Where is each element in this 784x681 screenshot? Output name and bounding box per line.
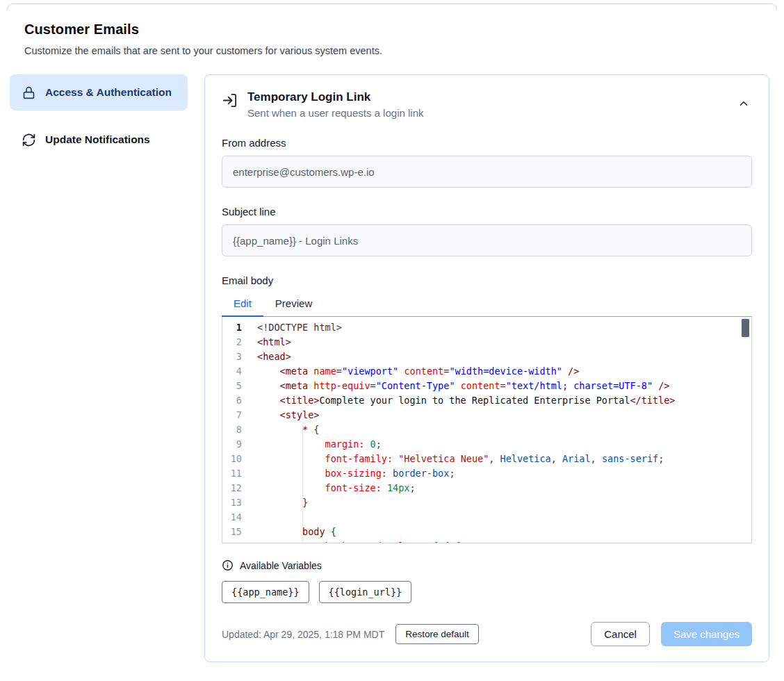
line-number: 2 (222, 335, 242, 350)
sidebar-item-access-authentication[interactable]: Access & Authentication (10, 74, 188, 110)
subject-line-input[interactable] (222, 224, 752, 256)
cancel-button[interactable]: Cancel (591, 622, 650, 646)
editor-gutter: 12345678910111213141516 (222, 320, 257, 543)
code-line[interactable] (257, 510, 751, 525)
variable-chip[interactable]: {{login_url}} (319, 581, 412, 603)
login-icon (222, 92, 238, 108)
chevron-up-icon (737, 101, 750, 112)
code-line[interactable]: font-family: "Helvetica Neue", Helvetica… (257, 452, 751, 466)
from-address-input[interactable] (222, 156, 752, 188)
panel-header: Temporary Login Link Sent when a user re… (222, 90, 752, 119)
editor-tabs: Edit Preview (222, 290, 752, 317)
line-number: 1 (222, 320, 242, 335)
code-editor[interactable]: 12345678910111213141516 <!DOCTYPE html><… (222, 316, 752, 543)
info-icon (222, 559, 234, 571)
panel-subtitle: Sent when a user requests a login link (247, 107, 726, 119)
code-line[interactable]: <head> (257, 350, 751, 364)
line-number: 16 (222, 539, 242, 543)
panel-footer: Updated: Apr 29, 2025, 1:18 PM MDT Resto… (222, 622, 752, 646)
email-body-label: Email body (222, 274, 752, 286)
code-line[interactable]: background-color: #f6f6f6; (257, 539, 751, 543)
code-line[interactable]: } (257, 495, 751, 510)
code-line[interactable]: <!DOCTYPE html> (257, 320, 751, 335)
editor-scrollbar-thumb[interactable] (742, 319, 749, 337)
line-number: 10 (222, 452, 242, 466)
code-line[interactable]: font-size: 14px; (257, 481, 751, 495)
from-address-field: From address (222, 137, 752, 188)
code-line[interactable]: margin: 0; (257, 437, 751, 452)
save-changes-button[interactable]: Save changes (661, 622, 752, 646)
line-number: 9 (222, 437, 242, 452)
collapse-button[interactable] (735, 96, 752, 113)
line-number: 13 (222, 495, 242, 510)
available-variables-header: Available Variables (222, 559, 752, 571)
email-template-panel: Temporary Login Link Sent when a user re… (204, 74, 769, 662)
tab-preview[interactable]: Preview (263, 290, 324, 317)
panel-titles: Temporary Login Link Sent when a user re… (247, 90, 726, 119)
variable-chips: {{app_name}}{{login_url}} (222, 581, 752, 603)
email-body-section: Email body Edit Preview 1234567891011121… (222, 274, 752, 543)
code-line[interactable]: <meta name="viewport" content="width=dev… (257, 364, 751, 379)
subject-line-field: Subject line (222, 206, 752, 256)
line-number: 7 (222, 408, 242, 422)
sidebar-item-update-notifications[interactable]: Update Notifications (10, 123, 188, 156)
restore-default-button[interactable]: Restore default (395, 624, 479, 644)
panel-title: Temporary Login Link (247, 90, 726, 104)
line-number: 6 (222, 393, 242, 408)
sidebar-item-label: Update Notifications (45, 131, 150, 148)
available-variables-label: Available Variables (240, 560, 322, 571)
updated-timestamp: Updated: Apr 29, 2025, 1:18 PM MDT (222, 629, 384, 640)
editor-code[interactable]: <!DOCTYPE html><html><head> <meta name="… (257, 320, 751, 543)
tab-edit[interactable]: Edit (222, 290, 263, 317)
page-header: Customer Emails Customize the emails tha… (24, 22, 760, 56)
line-number: 8 (222, 422, 242, 437)
page-subtitle: Customize the emails that are sent to yo… (24, 45, 760, 56)
sync-icon (22, 133, 36, 147)
subject-line-label: Subject line (222, 206, 752, 218)
code-line[interactable]: body { (257, 525, 751, 539)
top-divider (7, 3, 777, 10)
line-number: 3 (222, 350, 242, 364)
line-number: 5 (222, 379, 242, 393)
line-number: 11 (222, 466, 242, 481)
from-address-label: From address (222, 137, 752, 149)
line-number: 14 (222, 510, 242, 525)
code-line[interactable]: <html> (257, 335, 751, 350)
code-line[interactable]: <style> (257, 408, 751, 422)
lock-icon (22, 85, 36, 100)
line-number: 12 (222, 481, 242, 495)
code-line[interactable]: box-sizing: border-box; (257, 466, 751, 481)
content: Access & Authentication Update Notificat… (0, 74, 784, 678)
indent-guide (302, 422, 303, 543)
sidebar-item-label: Access & Authentication (45, 84, 172, 101)
code-line[interactable]: <meta http-equiv="Content-Type" content=… (257, 379, 751, 393)
code-line[interactable]: * { (257, 422, 751, 437)
sidebar: Access & Authentication Update Notificat… (10, 74, 188, 156)
line-number: 4 (222, 364, 242, 379)
code-line[interactable]: <title>Complete your login to the Replic… (257, 393, 751, 408)
variable-chip[interactable]: {{app_name}} (222, 581, 309, 603)
line-number: 15 (222, 525, 242, 539)
page-title: Customer Emails (24, 22, 760, 38)
